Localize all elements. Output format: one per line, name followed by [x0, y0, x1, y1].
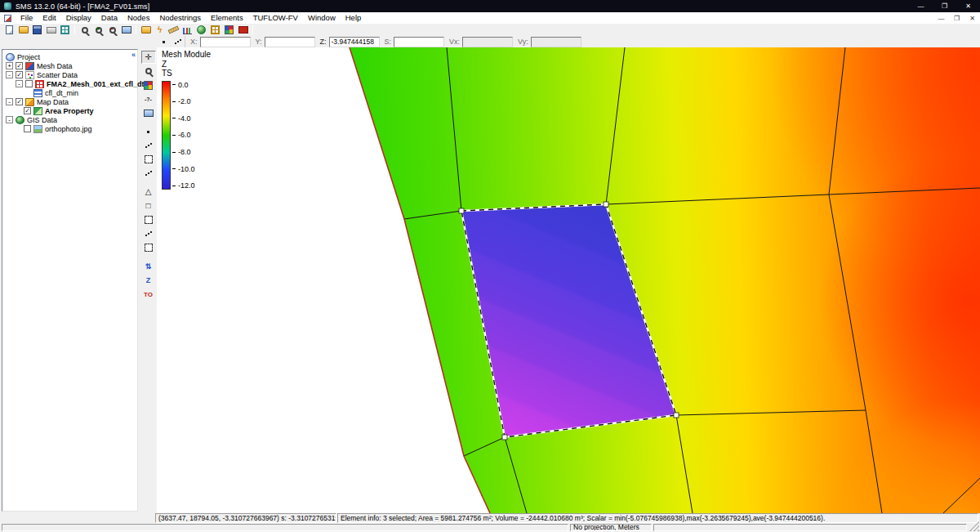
tree-item-orthophoto[interactable]: orthophoto.jpg [2, 124, 137, 133]
scatter-data-icon [25, 71, 34, 79]
maximize-button[interactable]: ❐ [933, 0, 956, 12]
mesh-pattern-2-button[interactable] [141, 227, 156, 240]
menu-nodes[interactable]: Nodes [122, 12, 154, 24]
expand-icon[interactable]: + [6, 62, 13, 69]
menu-help[interactable]: Help [341, 12, 367, 24]
contour-warm-bottom [350, 47, 980, 513]
swap-edge-button[interactable]: ⇅ [141, 260, 156, 273]
tree-item-label: Scatter Data [37, 71, 78, 79]
minimize-button[interactable]: — [909, 0, 933, 12]
tree-item-scatter-data[interactable]: - ✓ Scatter Data [2, 70, 137, 79]
web-data-button[interactable] [194, 25, 208, 36]
select-node-button[interactable] [141, 125, 156, 138]
edit-mode-button[interactable] [171, 36, 185, 47]
mdi-restore-button[interactable]: ❐ [949, 15, 964, 22]
tree-item-map-data[interactable]: - ✓ Map Data [2, 97, 137, 106]
measure-button[interactable] [167, 25, 180, 36]
s-input[interactable] [394, 37, 444, 47]
resize-grip[interactable] [969, 521, 979, 531]
dots-icon [173, 38, 182, 47]
expand-icon[interactable]: - [6, 71, 13, 78]
tree-item-label: Mesh Data [37, 62, 73, 70]
vx-input[interactable] [462, 37, 513, 47]
transform-button[interactable]: TO [141, 288, 156, 301]
toolbox-button[interactable] [236, 25, 250, 36]
graphics-window[interactable]: Mesh Module Z TS 0.0 -2.0 -4.0 -6.0 -8.0… [157, 47, 980, 513]
menu-elements[interactable]: Elements [206, 12, 248, 24]
open-file-button[interactable] [16, 25, 30, 36]
menu-nodestrings[interactable]: Nodestrings [154, 12, 206, 24]
select-tool-button[interactable]: ✛ [141, 51, 156, 64]
zoom-out-button[interactable] [105, 25, 119, 36]
checkbox[interactable] [24, 125, 31, 132]
mesh-pattern-1-button[interactable] [141, 213, 156, 226]
z-input[interactable] [329, 37, 380, 47]
checkbox[interactable]: ✓ [16, 71, 23, 78]
close-button[interactable]: ✕ [956, 0, 980, 12]
checkbox[interactable]: ✓ [16, 98, 23, 105]
select-nodestring-button[interactable] [141, 139, 156, 152]
save-button[interactable] [30, 25, 44, 36]
app-icon [4, 2, 11, 10]
menu-file[interactable]: File [16, 12, 38, 24]
y-input[interactable] [265, 37, 315, 47]
gis-globe-icon [16, 116, 24, 124]
tree-item-area-property[interactable]: ✓ Area Property [2, 106, 137, 115]
interpolate-z-button[interactable]: Z [141, 274, 156, 287]
import-button[interactable] [139, 25, 153, 36]
dashed-square-icon [145, 216, 153, 224]
document-icon[interactable] [4, 15, 11, 22]
dots-icon [144, 230, 153, 239]
create-triangle-button[interactable]: △ [141, 186, 156, 199]
mesh-view[interactable] [157, 47, 980, 513]
tree-item-label: cfl_dt_min [45, 89, 78, 97]
display-theme-button[interactable] [141, 78, 156, 92]
create-quad-button[interactable]: □ [141, 199, 156, 212]
main-toolbar: ϟ [0, 24, 980, 36]
edit-lock-button[interactable] [157, 36, 171, 47]
menu-display[interactable]: Display [61, 12, 96, 24]
frame-view-button[interactable] [78, 25, 91, 36]
run-model-button[interactable]: ϟ [153, 25, 167, 36]
refresh-view-button[interactable] [141, 106, 156, 119]
tree-item-gis-data[interactable]: - GIS Data [2, 115, 137, 124]
panel-collapse-icon[interactable]: « [131, 51, 136, 59]
mdi-close-button[interactable]: ✕ [964, 15, 980, 22]
tree-item-mesh-data[interactable]: + ✓ Mesh Data [2, 61, 137, 70]
zoom-in-button[interactable] [91, 25, 105, 36]
tree-root[interactable]: Project [2, 52, 137, 61]
mdi-minimize-button[interactable]: — [933, 15, 949, 22]
help-tool-button[interactable]: -?- [141, 92, 156, 105]
tree-item-cfl-dt-min[interactable]: cfl_dt_min [2, 88, 137, 97]
dot-icon [159, 38, 168, 47]
mesh-pattern-3-button[interactable] [141, 241, 156, 254]
mesh-tools-button[interactable] [208, 25, 222, 36]
checkbox[interactable] [25, 80, 33, 87]
display-options-button[interactable] [58, 25, 72, 36]
zoom-tool-button[interactable] [141, 65, 156, 78]
select-face-button[interactable] [141, 167, 156, 180]
select-element-button[interactable] [141, 153, 156, 166]
expand-icon[interactable]: - [6, 116, 13, 123]
plot-wizard-button[interactable] [180, 25, 194, 36]
expand-icon[interactable]: - [6, 98, 13, 105]
x-input[interactable] [200, 37, 251, 47]
menu-window[interactable]: Window [303, 12, 341, 24]
screen-icon [122, 26, 131, 34]
menu-data[interactable]: Data [96, 12, 122, 24]
magnifier-icon [145, 68, 152, 74]
checkbox[interactable]: ✓ [24, 107, 31, 114]
toolbar-separator [74, 25, 75, 34]
checkbox[interactable]: ✓ [16, 62, 23, 69]
new-file-button[interactable] [2, 25, 16, 36]
menu-edit[interactable]: Edit [38, 12, 60, 24]
tree-item-fma2-mesh[interactable]: - FMA2_Mesh_001_ext_cfl_dt [2, 79, 137, 88]
print-button[interactable] [44, 25, 58, 36]
previous-view-button[interactable] [119, 25, 133, 36]
vy-input[interactable] [531, 37, 581, 47]
expand-icon[interactable]: - [16, 80, 23, 87]
menu-tuflow-fv[interactable]: TUFLOW-FV [248, 12, 303, 24]
tree-item-label: Area Property [45, 107, 94, 115]
help-icon: -?- [145, 96, 152, 102]
model-checker-button[interactable] [222, 25, 236, 36]
